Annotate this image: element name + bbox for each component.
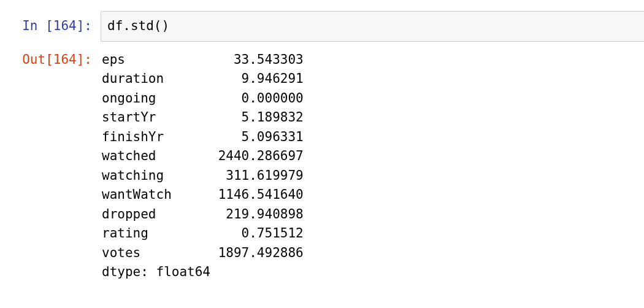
output-cell: Out[164]: eps 33.543303 duration 9.94629… (0, 50, 644, 282)
series-output-text: eps 33.543303 duration 9.946291 ongoing … (102, 52, 304, 280)
output-area: eps 33.543303 duration 9.946291 ongoing … (101, 50, 644, 282)
input-cell: In [164]: df.std() (0, 11, 644, 42)
input-prompt: In [164]: (0, 11, 101, 36)
output-prompt: Out[164]: (0, 50, 101, 70)
code-input-area[interactable]: df.std() (101, 11, 644, 42)
code-text: df.std() (107, 18, 169, 33)
